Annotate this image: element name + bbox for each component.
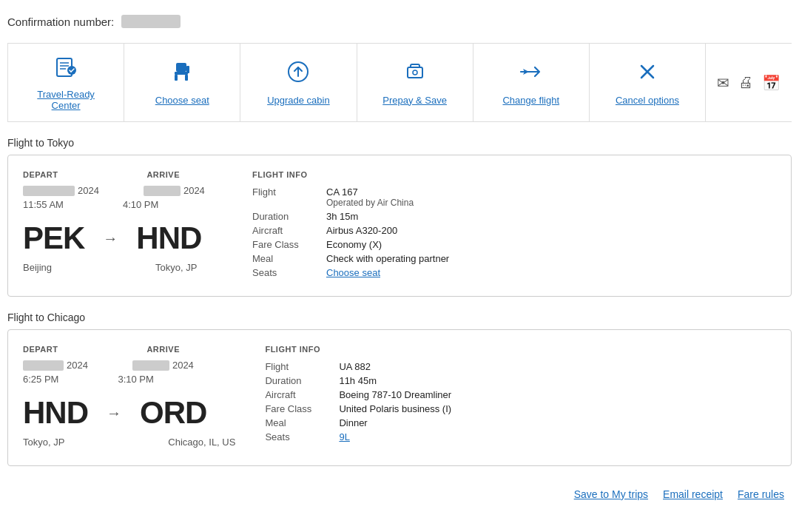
- info-label-seats-chicago: Seats: [265, 431, 339, 442]
- flight-arrow-icon-tokyo: →: [103, 230, 118, 247]
- bottom-actions: Save to My trips Email receipt Fare rule…: [7, 481, 792, 504]
- info-label-aircraft-tokyo: Aircraft: [252, 225, 326, 236]
- flight-arrow-icon-chicago: →: [107, 405, 121, 422]
- arrive-code-chicago: ORD: [140, 395, 206, 431]
- operated-by-tokyo: Operated by Air China: [326, 198, 776, 208]
- flight-section-chicago: Flight to Chicago DEPART ARRIVE 2024: [7, 312, 792, 466]
- svg-point-15: [413, 70, 417, 75]
- upgrade-cabin-icon: [286, 60, 310, 89]
- save-my-trips-link[interactable]: Save to My trips: [574, 488, 648, 500]
- info-value-fare-tokyo: Economy (X): [326, 239, 776, 250]
- depart-time-chicago: 6:25 PM: [23, 374, 58, 385]
- info-table-tokyo: Flight CA 167 Operated by Air China Dura…: [252, 186, 776, 278]
- calendar-action-icon[interactable]: 📅: [762, 74, 781, 92]
- travel-ready-icon: [54, 54, 78, 83]
- prepay-save-icon: [403, 60, 427, 89]
- depart-time-tokyo: 11:55 AM: [23, 199, 64, 210]
- nav-label-travel-ready: Travel-Ready Center: [23, 89, 109, 111]
- confirmation-label: Confirmation number:: [7, 16, 114, 28]
- arrive-date-blur-chicago: [132, 360, 169, 371]
- info-value-meal-tokyo: Check with operating partner: [326, 253, 776, 264]
- info-value-duration-chicago: 11h 45m: [339, 375, 776, 386]
- info-value-duration-tokyo: 3h 15m: [326, 211, 776, 222]
- info-label-flight-tokyo: Flight: [252, 186, 326, 208]
- arrive-time-chicago: 3:10 PM: [118, 374, 153, 385]
- depart-date-blur-tokyo: [23, 186, 75, 196]
- fare-rules-link[interactable]: Fare rules: [738, 488, 784, 500]
- info-label-seats-tokyo: Seats: [252, 267, 326, 278]
- flight-number-tokyo: CA 167: [326, 186, 776, 198]
- nav-item-upgrade-cabin[interactable]: Upgrade cabin: [240, 44, 357, 121]
- arrive-city-tokyo: Tokyo, JP: [155, 262, 197, 273]
- info-label-fare-chicago: Fare Class: [265, 403, 339, 414]
- arrive-header-tokyo: ARRIVE: [146, 170, 180, 179]
- nav-item-choose-seat[interactable]: Choose seat: [124, 44, 240, 121]
- arrive-code-tokyo: HND: [136, 220, 201, 256]
- info-label-flight-chicago: Flight: [265, 361, 339, 372]
- svg-rect-11: [186, 66, 189, 73]
- flight-section-tokyo: Flight to Tokyo DEPART ARRIVE 2024: [7, 137, 792, 297]
- city-row-chicago: Tokyo, JP Chicago, IL, US: [23, 437, 235, 448]
- depart-city-chicago: Tokyo, JP: [23, 437, 64, 448]
- seat-link-chicago[interactable]: 9L: [339, 431, 776, 442]
- choose-seat-icon: [170, 60, 194, 89]
- flight-info-header-chicago: FLIGHT INFO: [265, 345, 776, 354]
- info-label-meal-tokyo: Meal: [252, 253, 326, 264]
- depart-code-tokyo: PEK: [23, 220, 84, 256]
- nav-item-travel-ready[interactable]: Travel-Ready Center: [7, 44, 124, 121]
- info-value-fare-chicago: United Polaris business (I): [339, 403, 776, 414]
- depart-year-chicago: 2024: [67, 360, 88, 371]
- flight-departure-arrival-chicago: DEPART ARRIVE 2024 2024: [23, 345, 235, 448]
- nav-actions: ✉ 🖨 📅: [706, 44, 792, 121]
- depart-city-tokyo: Beijing: [23, 262, 52, 273]
- depart-year-tokyo: 2024: [78, 185, 99, 196]
- info-value-flight-tokyo: CA 167 Operated by Air China: [326, 186, 776, 208]
- arrive-date-blur-tokyo: [144, 186, 181, 196]
- arrive-year-tokyo: 2024: [183, 185, 205, 196]
- date-row-tokyo: 2024 2024: [23, 185, 223, 196]
- print-action-icon[interactable]: 🖨: [738, 74, 753, 91]
- arrive-year-chicago: 2024: [172, 360, 194, 371]
- info-label-duration-tokyo: Duration: [252, 211, 326, 222]
- info-label-meal-chicago: Meal: [265, 417, 339, 428]
- time-row-chicago: 6:25 PM 3:10 PM: [23, 374, 235, 385]
- svg-rect-14: [408, 67, 422, 78]
- nav-item-prepay-save[interactable]: Prepay & Save: [357, 44, 473, 121]
- nav-item-change-flight[interactable]: Change flight: [473, 44, 590, 121]
- nav-bar: Travel-Ready Center Choose seat: [7, 43, 792, 122]
- svg-rect-7: [176, 63, 186, 72]
- flight-info-section-chicago: FLIGHT INFO Flight UA 882 Duration 11h 4…: [265, 345, 776, 448]
- change-flight-icon: [519, 60, 544, 89]
- nav-label-prepay-save: Prepay & Save: [382, 95, 447, 106]
- depart-header-chicago: DEPART: [23, 345, 58, 354]
- info-value-flight-chicago: UA 882: [339, 361, 776, 372]
- nav-label-change-flight: Change flight: [502, 95, 559, 106]
- email-action-icon[interactable]: ✉: [717, 74, 729, 92]
- flight-section-title-tokyo: Flight to Tokyo: [7, 137, 792, 149]
- nav-item-cancel-options[interactable]: Cancel options: [590, 44, 706, 121]
- airport-row-tokyo: PEK → HND: [23, 220, 223, 256]
- page-wrapper: Confirmation number: Travel-Ready Center: [0, 0, 799, 511]
- flight-card-tokyo: DEPART ARRIVE 2024 2024: [7, 155, 792, 297]
- svg-rect-9: [175, 75, 178, 81]
- depart-code-chicago: HND: [23, 395, 88, 431]
- arrive-city-chicago: Chicago, IL, US: [168, 437, 235, 448]
- svg-rect-8: [175, 72, 188, 75]
- flight-card-chicago: DEPART ARRIVE 2024 2024: [7, 329, 792, 466]
- cancel-options-icon: [636, 60, 659, 89]
- svg-rect-10: [185, 75, 188, 81]
- time-row-tokyo: 11:55 AM 4:10 PM: [23, 199, 223, 210]
- airport-row-chicago: HND → ORD: [23, 395, 235, 431]
- arrive-header-chicago: ARRIVE: [146, 345, 180, 354]
- email-receipt-link[interactable]: Email receipt: [663, 488, 723, 500]
- confirmation-row: Confirmation number:: [7, 15, 792, 28]
- flight-info-section-tokyo: FLIGHT INFO Flight CA 167 Operated by Ai…: [252, 170, 776, 278]
- nav-label-choose-seat: Choose seat: [155, 95, 209, 106]
- flight-info-header-tokyo: FLIGHT INFO: [252, 170, 776, 179]
- info-table-chicago: Flight UA 882 Duration 11h 45m Aircraft …: [265, 361, 776, 442]
- choose-seat-link-tokyo[interactable]: Choose seat: [326, 267, 776, 278]
- nav-label-upgrade-cabin: Upgrade cabin: [267, 95, 330, 106]
- flight-departure-arrival-tokyo: DEPART ARRIVE 2024 2024: [23, 170, 223, 278]
- info-label-duration-chicago: Duration: [265, 375, 339, 386]
- flight-section-title-chicago: Flight to Chicago: [7, 312, 792, 323]
